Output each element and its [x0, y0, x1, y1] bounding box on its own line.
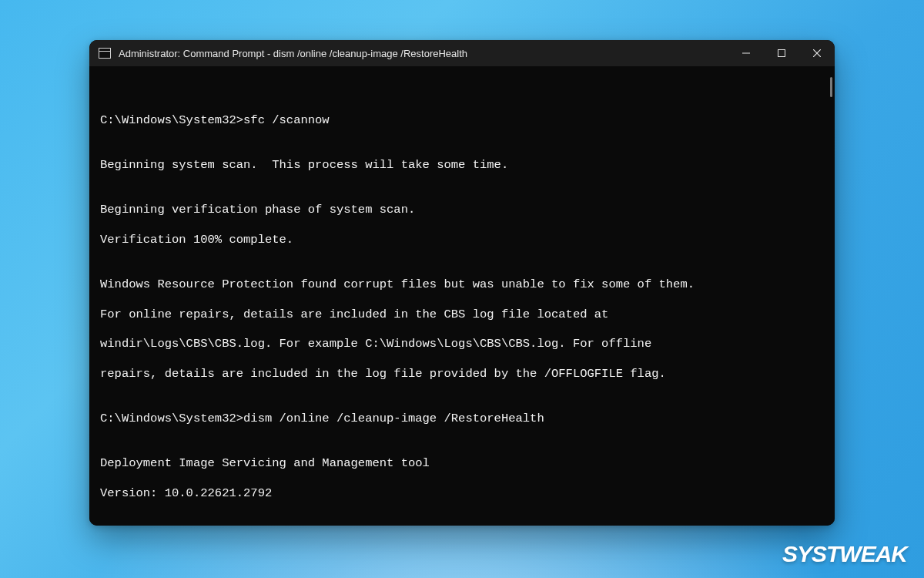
close-icon — [813, 49, 821, 57]
prompt: C:\Windows\System32> — [100, 412, 243, 425]
command-text: dism /online /cleanup-image /RestoreHeal… — [243, 412, 544, 425]
minimize-icon — [742, 49, 750, 57]
close-button[interactable] — [799, 40, 835, 66]
terminal-line: Verification 100% complete. — [100, 233, 824, 247]
terminal-line: Deployment Image Servicing and Managemen… — [100, 456, 824, 471]
window-controls — [728, 40, 835, 66]
terminal-line: windir\Logs\CBS\CBS.log. For example C:\… — [100, 337, 824, 351]
terminal-line: repairs, details are included in the log… — [100, 367, 824, 381]
terminal-line: For online repairs, details are included… — [100, 307, 824, 322]
desktop-background: Administrator: Command Prompt - dism /on… — [0, 0, 924, 578]
maximize-button[interactable] — [764, 40, 799, 66]
cmd-icon — [99, 48, 111, 59]
minimize-button[interactable] — [728, 40, 764, 66]
maximize-icon — [778, 49, 785, 57]
terminal-line: C:\Windows\System32>dism /online /cleanu… — [100, 412, 824, 426]
terminal-body[interactable]: C:\Windows\System32>sfc /scannow Beginni… — [89, 66, 835, 526]
terminal-line: C:\Windows\System32>sfc /scannow — [100, 113, 824, 128]
terminal-line: Windows Resource Protection found corrup… — [100, 277, 824, 292]
terminal-line: Beginning system scan. This process will… — [100, 158, 824, 173]
prompt: C:\Windows\System32> — [100, 113, 243, 127]
scrollbar-thumb[interactable] — [830, 77, 832, 97]
command-text: sfc /scannow — [243, 113, 330, 127]
command-prompt-window: Administrator: Command Prompt - dism /on… — [89, 40, 835, 526]
window-titlebar[interactable]: Administrator: Command Prompt - dism /on… — [89, 40, 835, 66]
terminal-line: Beginning verification phase of system s… — [100, 203, 824, 217]
terminal-line: Version: 10.0.22621.2792 — [100, 486, 824, 501]
systweak-watermark: SYSTWEAK — [782, 541, 907, 567]
window-title: Administrator: Command Prompt - dism /on… — [119, 48, 467, 59]
svg-rect-0 — [778, 50, 785, 57]
